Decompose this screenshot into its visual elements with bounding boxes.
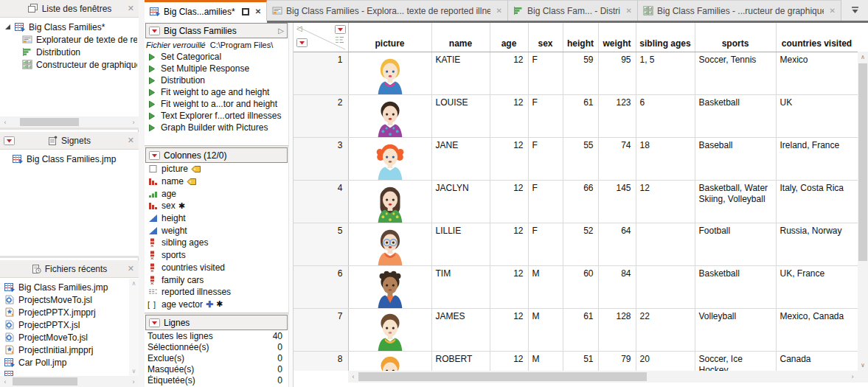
- scroll-track[interactable]: [358, 371, 847, 383]
- cell-sibling-ages[interactable]: 1, 5: [636, 52, 695, 94]
- column-header-sibling-ages[interactable]: sibling ages: [636, 23, 695, 52]
- cell-countries-visited[interactable]: Ireland, France: [776, 137, 858, 180]
- recent-file-item[interactable]: ProjectMoveTo.jsl: [1, 331, 128, 344]
- cell-height[interactable]: 61: [563, 94, 598, 137]
- cell-name[interactable]: JANE: [431, 137, 490, 180]
- cell-countries-visited[interactable]: Italy, Costa Rica: [776, 180, 858, 223]
- cell-sports[interactable]: Basketball: [695, 94, 776, 137]
- row-number-cell[interactable]: 5: [294, 223, 348, 265]
- close-icon[interactable]: ✕: [128, 136, 134, 145]
- tab-close-icon[interactable]: ✕: [830, 7, 836, 15]
- scroll-up-icon[interactable]: ∧: [858, 52, 868, 63]
- cell-weight[interactable]: 95: [598, 52, 636, 94]
- cell-height[interactable]: 52: [563, 223, 598, 265]
- column-item[interactable]: sports: [145, 249, 288, 262]
- column-item[interactable]: sex✱: [145, 200, 288, 212]
- cell-sibling-ages[interactable]: 20: [636, 351, 695, 371]
- tab-4[interactable]: Big Class Families - ...ructeur de graph…: [638, 0, 841, 21]
- scroll-left-icon[interactable]: ‹: [348, 373, 358, 380]
- cell-age[interactable]: 12: [490, 351, 528, 371]
- cell-height[interactable]: 60: [563, 265, 598, 308]
- tab-close-icon[interactable]: ✕: [496, 7, 502, 15]
- column-item[interactable]: reported illnesses: [145, 286, 288, 299]
- grid-splitter[interactable]: [288, 23, 294, 387]
- recent-file-item[interactable]: Car Poll.jmp: [1, 356, 128, 369]
- cell-sex[interactable]: F: [528, 52, 563, 94]
- column-header-weight[interactable]: weight: [598, 23, 636, 52]
- cell-sibling-ages[interactable]: 12: [636, 180, 695, 223]
- cell-name[interactable]: ROBERT: [431, 351, 490, 371]
- close-icon[interactable]: ✕: [128, 264, 134, 273]
- columns-menu-icon[interactable]: [335, 25, 346, 36]
- cell-weight[interactable]: 123: [598, 94, 636, 137]
- cell-sports[interactable]: Soccer, Ice Hockey: [695, 351, 776, 371]
- cell-height[interactable]: 51: [563, 351, 598, 371]
- cell-sports[interactable]: Soccer, Tennis: [695, 52, 776, 94]
- cell-picture[interactable]: [348, 180, 431, 223]
- cell-sex[interactable]: M: [528, 265, 563, 308]
- column-header-height[interactable]: height: [563, 23, 598, 52]
- tree-item-text-explorer[interactable]: Explorateur de texte de repo: [1, 33, 137, 46]
- scroll-up-icon[interactable]: ∧: [132, 280, 136, 287]
- scroll-thumb[interactable]: [13, 377, 77, 386]
- cell-countries-visited[interactable]: Canada: [776, 351, 858, 371]
- cell-name[interactable]: JACLYN: [431, 180, 490, 223]
- cell-sex[interactable]: F: [528, 137, 563, 180]
- scroll-right-icon[interactable]: ›: [847, 373, 858, 380]
- cell-sex[interactable]: F: [528, 94, 563, 137]
- cell-picture[interactable]: [348, 351, 431, 371]
- column-header-picture[interactable]: picture: [348, 23, 431, 52]
- tab-overflow-button[interactable]: [841, 0, 868, 21]
- cell-picture[interactable]: [348, 94, 431, 137]
- cell-countries-visited[interactable]: UK: [776, 94, 858, 137]
- maximize-icon[interactable]: [242, 8, 249, 15]
- recent-file-item[interactable]: ProjectsMoveTo.jsl: [1, 293, 128, 306]
- row-number-cell[interactable]: 1: [294, 52, 348, 94]
- cell-sports[interactable]: Basketball: [695, 265, 776, 308]
- cell-sibling-ages[interactable]: [636, 223, 695, 265]
- table-script-item[interactable]: Distribution: [145, 74, 288, 86]
- cell-sibling-ages[interactable]: 22: [636, 308, 695, 351]
- cell-weight[interactable]: 74: [598, 137, 636, 180]
- row-number-cell[interactable]: 4: [294, 180, 348, 223]
- column-item[interactable]: height: [145, 212, 288, 225]
- tab-1[interactable]: Big Clas...amilies*✕: [145, 0, 267, 21]
- cell-weight[interactable]: 64: [598, 223, 636, 265]
- column-item[interactable]: weight: [145, 224, 288, 237]
- cell-age[interactable]: 12: [490, 180, 528, 223]
- cell-sex[interactable]: M: [528, 308, 563, 351]
- tree-item-root[interactable]: Big Class Families*: [1, 21, 137, 33]
- red-triangle-menu-icon[interactable]: [149, 27, 160, 35]
- cell-height[interactable]: 66: [563, 180, 598, 223]
- cell-age[interactable]: 12: [490, 265, 528, 308]
- table-script-item[interactable]: Set Multiple Response: [145, 63, 288, 74]
- red-triangle-menu-icon[interactable]: [149, 151, 160, 160]
- scroll-thumb[interactable]: [358, 372, 647, 381]
- cell-sex[interactable]: M: [528, 351, 563, 371]
- cell-sibling-ages[interactable]: 6: [636, 94, 695, 137]
- recent-file-item[interactable]: Big Class Families.jmp: [1, 281, 128, 293]
- cell-countries-visited[interactable]: Mexico, Canada: [776, 308, 858, 351]
- cell-name[interactable]: LILLIE: [431, 223, 490, 265]
- row-number-cell[interactable]: 2: [294, 94, 348, 137]
- cell-sibling-ages[interactable]: [636, 265, 695, 308]
- scroll-right-icon[interactable]: ›: [128, 119, 139, 126]
- row-number-cell[interactable]: 3: [294, 137, 348, 180]
- column-header-age[interactable]: age: [490, 23, 528, 52]
- column-item[interactable]: picture: [145, 163, 288, 175]
- tree-item-distribution[interactable]: Distribution: [1, 46, 137, 58]
- scroll-track[interactable]: [10, 116, 128, 128]
- recent-files-hscrollbar[interactable]: ‹ ›: [0, 376, 139, 387]
- scroll-down-icon[interactable]: ∨: [858, 360, 868, 371]
- scroll-thumb[interactable]: [20, 118, 79, 126]
- cell-picture[interactable]: [348, 52, 431, 94]
- cell-picture[interactable]: [348, 265, 431, 308]
- columns-panel-toggle-icon[interactable]: ◁: [296, 24, 302, 32]
- cell-age[interactable]: 12: [490, 52, 528, 94]
- table-script-item[interactable]: Set Categorical: [145, 51, 288, 63]
- scroll-left-icon[interactable]: ‹: [0, 378, 10, 386]
- cell-countries-visited[interactable]: Russia, Norway: [776, 223, 858, 265]
- cell-age[interactable]: 12: [490, 308, 528, 351]
- cell-sibling-ages[interactable]: 18: [636, 137, 695, 180]
- cell-age[interactable]: 12: [490, 137, 528, 180]
